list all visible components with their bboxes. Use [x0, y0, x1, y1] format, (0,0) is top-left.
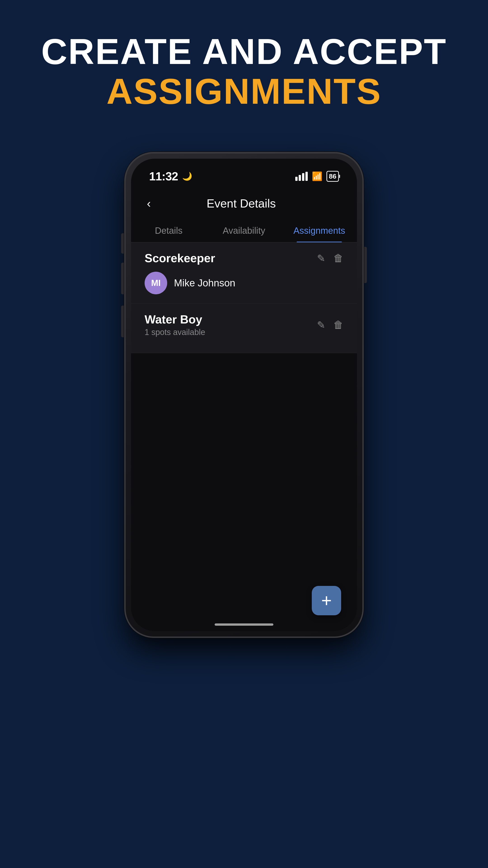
content-area: Scorekeeper ✎ 🗑 MI Mike Johnson	[131, 242, 357, 631]
status-time: 11:32	[149, 169, 178, 183]
mike-johnson-name: Mike Johnson	[174, 277, 235, 289]
signal-bar-3	[302, 173, 304, 181]
hero-section: CREATE AND ACCEPT ASSIGNMENTS	[41, 32, 447, 111]
status-icons: 📶 86	[295, 171, 339, 182]
waterboy-spots: 1 spots available	[144, 328, 205, 337]
hero-line1: CREATE AND ACCEPT	[41, 32, 447, 71]
power-button	[364, 247, 367, 283]
delete-scorekeeper-button[interactable]: 🗑	[333, 252, 344, 264]
delete-waterboy-button[interactable]: 🗑	[333, 319, 344, 331]
waterboy-header: Water Boy 1 spots available ✎ 🗑	[144, 313, 344, 337]
signal-icon	[295, 172, 308, 181]
tabs-bar: Details Availability Assignments	[131, 219, 357, 242]
assignment-card-scorekeeper: Scorekeeper ✎ 🗑 MI Mike Johnson	[131, 242, 357, 304]
battery-indicator: 86	[326, 171, 339, 182]
signal-bar-2	[299, 175, 301, 181]
moon-icon: 🌙	[182, 172, 192, 181]
back-button[interactable]: ‹	[144, 194, 153, 213]
phone-mockup: 11:32 🌙 📶 86 ‹ Event Details	[124, 152, 364, 638]
signal-bar-1	[295, 177, 297, 181]
fab-plus-icon: +	[321, 592, 332, 610]
wifi-icon: 📶	[312, 171, 322, 181]
nav-header: ‹ Event Details	[131, 188, 357, 219]
phone-screen: 11:32 🌙 📶 86 ‹ Event Details	[131, 159, 357, 631]
scorekeeper-header: Scorekeeper ✎ 🗑	[144, 251, 344, 265]
scorekeeper-title: Scorekeeper	[144, 251, 215, 265]
edit-waterboy-button[interactable]: ✎	[317, 319, 325, 331]
home-indicator	[215, 623, 273, 626]
waterboy-info: Water Boy 1 spots available	[144, 313, 205, 337]
tab-availability[interactable]: Availability	[206, 219, 282, 242]
assignment-card-waterboy: Water Boy 1 spots available ✎ 🗑	[131, 304, 357, 353]
status-bar: 11:32 🌙 📶 86	[131, 159, 357, 188]
tab-details[interactable]: Details	[131, 219, 206, 242]
add-assignment-fab[interactable]: +	[312, 586, 341, 615]
silent-button	[121, 233, 124, 254]
volume-down-button	[121, 306, 124, 337]
waterboy-actions: ✎ 🗑	[317, 319, 344, 331]
volume-up-button	[121, 263, 124, 294]
scorekeeper-actions: ✎ 🗑	[317, 252, 344, 264]
signal-bar-4	[305, 172, 308, 181]
scorekeeper-user-row: MI Mike Johnson	[144, 272, 344, 294]
tab-assignments[interactable]: Assignments	[282, 219, 357, 242]
waterboy-title: Water Boy	[144, 313, 205, 326]
screen-title: Event Details	[153, 197, 329, 210]
edit-scorekeeper-button[interactable]: ✎	[317, 252, 325, 264]
hero-line2: ASSIGNMENTS	[41, 71, 447, 111]
mike-johnson-avatar: MI	[144, 272, 167, 294]
